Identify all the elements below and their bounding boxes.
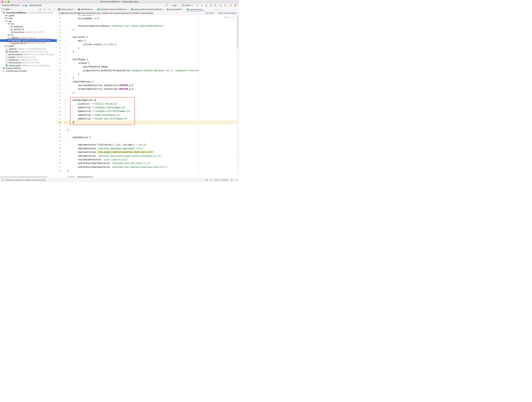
tab-close-icon[interactable]: × (94, 8, 95, 10)
search-everywhere-icon[interactable] (229, 4, 233, 7)
tree-row[interactable]: gradlew.bat2023/6/20, 14:54, 2.76 kB (0, 59, 57, 61)
line-number[interactable]: 37 (57, 103, 61, 105)
scrollbar-error-stripe[interactable] (237, 11, 239, 175)
fold-expanded-icon[interactable] (61, 40, 68, 41)
fold-end-icon[interactable] (61, 92, 68, 93)
editor-line[interactable]: 16 testInstrumentationRunner "androidx.t… (57, 24, 237, 28)
editor-line[interactable]: 53 androidTestImplementation 'androidx.t… (57, 161, 237, 165)
build-hammer-icon[interactable] (165, 4, 168, 7)
tree-row[interactable]: liteavsdk.jar2023/5/31, 10:23, 1.3 MB (0, 31, 57, 34)
tab-close-icon[interactable]: × (127, 8, 128, 10)
line-number[interactable]: 14 (57, 17, 61, 19)
editor-line[interactable]: 21 jniLibs.srcDirs = ['libs'] (57, 43, 237, 46)
editor-line[interactable]: 14 versionName "1.0" (57, 17, 237, 20)
fold-end-icon[interactable] (61, 170, 68, 171)
sync-now-link[interactable]: Sync Now (205, 12, 214, 14)
chevron-right-icon[interactable] (1, 70, 3, 72)
profiler-icon[interactable] (209, 4, 212, 7)
line-number[interactable]: 35 (57, 95, 61, 98)
window-zoom-button[interactable] (8, 1, 9, 3)
chevron-right-icon[interactable] (6, 34, 8, 36)
line-number[interactable]: 50 (57, 151, 61, 153)
editor-line[interactable]: 15 (57, 20, 237, 24)
line-number[interactable]: 40 (57, 114, 61, 116)
tree-row[interactable]: gradle.properties2023/6/20, 14:54, 1.27 … (0, 53, 57, 56)
tree-row[interactable]: .idea (0, 17, 57, 20)
line-number[interactable]: 41 (57, 118, 61, 120)
tree-row[interactable]: .gitignore2023/6/20, 14:54, 6 B (0, 37, 57, 39)
editor-line[interactable]: 46 dependencies { (57, 136, 237, 139)
editor-line[interactable]: 17 } (57, 28, 237, 31)
next-issue-icon[interactable] (232, 16, 234, 18)
editor-line[interactable]: 44} (57, 128, 237, 132)
editor-line[interactable]: 18 (57, 31, 237, 35)
editor-line[interactable]: 54 androidTestImplementation 'androidx.t… (57, 165, 237, 169)
chevron-right-icon[interactable] (3, 45, 5, 47)
line-number[interactable]: 53 (57, 162, 61, 164)
editor-line[interactable]: 39 doNotStrip "*/armeabi-v7a/libYTCommon… (57, 109, 237, 113)
collapse-all-icon[interactable] (43, 8, 46, 11)
line-number[interactable]: 39 (57, 110, 61, 112)
editor-line[interactable]: 33 targetCompatibility JavaVersion.VERSI… (57, 87, 237, 91)
tree-row[interactable]: proguard-rules.pro2023/6/20, 14:54, 750 … (0, 42, 57, 45)
editor-line[interactable]: 32 sourceCompatibility JavaVersion.VERSI… (57, 83, 237, 87)
tree-row[interactable]: app (0, 20, 57, 23)
editor-line[interactable]: 31 compileOptions { (57, 80, 237, 83)
fold-expanded-icon[interactable] (61, 81, 68, 82)
stop-icon[interactable] (214, 4, 217, 7)
debug-icon[interactable] (205, 4, 208, 7)
breadcrumb-item[interactable]: Gbuild.gradle (30, 4, 42, 6)
ignore-changes-link[interactable]: Ignore these changes (218, 12, 237, 14)
chevron-down-icon[interactable] (11, 8, 13, 10)
tree-row[interactable]: External Libraries (0, 67, 57, 70)
editor-breadcrumb-item[interactable]: android{} (68, 176, 75, 178)
line-number[interactable]: 47 (57, 140, 61, 142)
line-number[interactable]: 34 (57, 92, 61, 94)
editor-line[interactable]: 40 doNotStrip "*/x86/libYTCommon.so" (57, 113, 237, 117)
editor-tab[interactable]: CMainActivity.java× (77, 7, 96, 11)
line-separator[interactable]: LF (210, 179, 212, 181)
editor-line[interactable]: 26 release { (57, 61, 237, 65)
run-icon[interactable] (196, 4, 199, 7)
line-number[interactable]: 22 (57, 47, 61, 49)
breadcrumb-item[interactable]: TencentLiveSDKDemo (1, 4, 20, 6)
settings-gear-icon[interactable] (48, 8, 51, 11)
breadcrumb-item[interactable]: app (22, 4, 28, 6)
line-number[interactable]: 17 (57, 29, 61, 31)
editor-line[interactable]: 55} (57, 169, 237, 173)
tab-close-icon[interactable]: × (163, 8, 164, 10)
editor-line[interactable]: 35 (57, 94, 237, 98)
tree-row[interactable]: settings.gradle2023/6/20, 15:14, 387 B 5… (0, 64, 57, 67)
ide-update-icon[interactable] (234, 4, 237, 7)
chevron-right-icon[interactable] (8, 28, 11, 31)
window-minimize-button[interactable] (5, 1, 6, 3)
editor-line[interactable]: 42 } (57, 120, 237, 124)
code-editor[interactable]: 13 versionCode 114 versionName "1.0"1516… (57, 11, 239, 175)
editor-line[interactable]: 25 buildTypes { (57, 57, 237, 61)
line-number[interactable]: 51 (57, 155, 61, 157)
line-number[interactable]: 20 (57, 40, 61, 42)
line-number[interactable]: 30 (57, 77, 61, 79)
chevron-right-icon[interactable] (1, 67, 3, 69)
warning-stripe-mark[interactable] (237, 158, 238, 158)
warning-count[interactable]: 2 (227, 16, 228, 18)
fold-end-icon[interactable] (61, 47, 68, 49)
line-number[interactable]: 27 (57, 66, 61, 68)
editor-tab[interactable]: Gbuild.gradle (TencentLiveSDKDemo)× (96, 7, 130, 11)
tab-close-icon[interactable]: × (74, 8, 75, 10)
tree-row[interactable]: gradlew2023/6/20, 14:54, 5.77 kB (0, 56, 57, 59)
line-number[interactable]: 28 (57, 69, 61, 72)
scrollbar-thumb[interactable] (237, 15, 239, 47)
line-number[interactable]: 49 (57, 147, 61, 149)
editor-line[interactable]: 19 sourceSets { (57, 35, 237, 39)
tool-window-stripe-toggle-icon[interactable] (1, 179, 4, 181)
tree-row[interactable]: build.gradle2023/6/20, 14:54, 229 B 24 m… (0, 50, 57, 53)
tree-row[interactable]: gradle (0, 45, 57, 47)
tree-row[interactable]: local.properties2023/6/20, 14:54, 434 B (0, 61, 57, 64)
line-number[interactable]: 45 (57, 133, 61, 135)
fold-end-icon[interactable] (61, 29, 68, 30)
line-number[interactable]: 15 (57, 21, 61, 23)
editor-tab[interactable]: Gbuild.gradle (:app)× (185, 7, 206, 11)
fold-end-icon[interactable] (61, 77, 68, 79)
fold-end-icon[interactable] (61, 73, 68, 75)
